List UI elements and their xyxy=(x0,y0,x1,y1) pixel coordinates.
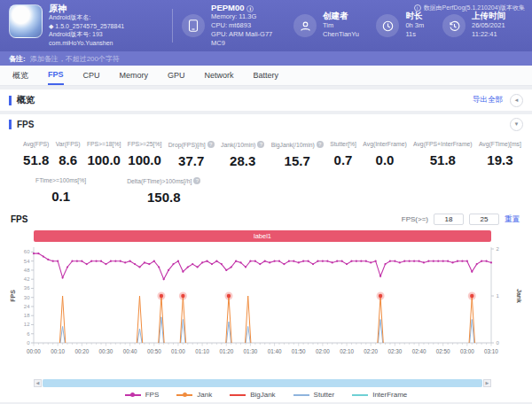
svg-text:Jank: Jank xyxy=(516,289,522,303)
svg-text:6: 6 xyxy=(27,331,30,337)
app-icon xyxy=(9,4,43,38)
note-bar[interactable]: 备注: 添加备注，不超过200个字符 xyxy=(0,51,532,66)
tab-fps[interactable]: FPS xyxy=(48,66,64,85)
tab-cpu[interactable]: CPU xyxy=(83,66,100,85)
collector-note: i 数据由PerfDog(5.1.210204)版本收集 xyxy=(414,4,525,12)
collector-note-text: 数据由PerfDog(5.1.210204)版本收集 xyxy=(424,4,525,12)
info-icon[interactable]: ? xyxy=(207,141,215,148)
duration-value: 0h 3m 11s xyxy=(405,21,430,40)
svg-text:1: 1 xyxy=(497,293,500,299)
creator-label: 创建者 xyxy=(323,12,364,21)
chart-controls: FPS FPS(>=) 重置 xyxy=(0,205,532,227)
stat-var-fps: Var(FPS) 8.6 xyxy=(56,141,81,168)
device-cpu: CPU: mt6893 xyxy=(211,21,278,30)
scroll-right-icon[interactable]: ▶ xyxy=(483,379,491,387)
svg-text:02:50: 02:50 xyxy=(436,348,450,354)
fps-threshold-input-1[interactable] xyxy=(434,214,464,225)
svg-text:01:00: 01:00 xyxy=(171,348,185,354)
svg-text:02:10: 02:10 xyxy=(340,348,354,354)
svg-text:42: 42 xyxy=(24,276,30,282)
svg-text:18: 18 xyxy=(24,313,30,318)
legend-fps[interactable]: FPS xyxy=(125,391,160,399)
legend-interframe[interactable]: InterFrame xyxy=(352,391,407,399)
stat-drop-fps: Drop(FPS)[/h]? 37.7 xyxy=(168,141,215,168)
duration-label: 时长 xyxy=(405,12,430,21)
stat-delta-ftime: Delta(FTime)>100ms[/h]? 150.8 xyxy=(127,177,200,205)
report-header: i 数据由PerfDog(5.1.210204)版本收集 原神 Android版… xyxy=(0,0,532,51)
device-info-icon[interactable]: i xyxy=(246,5,254,12)
accent-bar xyxy=(9,120,12,129)
tab-network[interactable]: Network xyxy=(205,66,234,85)
tab-battery[interactable]: Battery xyxy=(254,66,279,85)
stat-fps-ge25: FPS>=25[%] 100.0 xyxy=(128,141,162,168)
scroll-left-icon[interactable]: ◀ xyxy=(34,379,42,387)
stat-avg-ftime: Avg(FTime)[ms] 19.3 xyxy=(479,141,521,168)
svg-text:00:50: 00:50 xyxy=(147,348,161,354)
svg-text:00:20: 00:20 xyxy=(74,348,89,354)
svg-text:FPS: FPS xyxy=(10,290,16,302)
svg-text:01:10: 01:10 xyxy=(195,348,209,354)
fps-stats-row1: Avg(FPS) 51.8 Var(FPS) 8.6 FPS>=18[%] 10… xyxy=(0,134,532,168)
tab-gpu[interactable]: GPU xyxy=(168,66,185,85)
creator-info: 创建者 Tim ChenTianYu xyxy=(293,12,364,40)
chart-title: FPS xyxy=(11,214,27,224)
stat-avg-fps-interframe: Avg(FPS+InterFrame) 51.8 xyxy=(413,141,473,168)
svg-text:00:30: 00:30 xyxy=(99,348,113,354)
svg-text:01:30: 01:30 xyxy=(244,348,258,354)
reset-button[interactable]: 重置 xyxy=(505,214,520,225)
app-info: 原神 Android版本名: ◆ 1.5.0_2574575_2578841 A… xyxy=(9,4,172,48)
collapse-left-icon[interactable]: ◄ xyxy=(510,94,523,107)
svg-text:02:30: 02:30 xyxy=(387,348,402,354)
duration-info: 时长 0h 3m 11s xyxy=(376,12,430,40)
info-icon[interactable]: ? xyxy=(317,141,324,148)
svg-text:54: 54 xyxy=(24,259,30,264)
stat-bigjank: BigJank(/10min)? 15.7 xyxy=(271,141,324,168)
svg-text:03:10: 03:10 xyxy=(484,348,498,354)
legend-stutter[interactable]: Stutter xyxy=(293,391,335,399)
svg-text:60: 60 xyxy=(24,249,30,254)
upload-value: 26/05/2021 11:22:41 xyxy=(472,21,523,40)
svg-text:2: 2 xyxy=(497,246,500,252)
stat-avg-fps: Avg(FPS) 51.8 xyxy=(23,141,49,168)
app-name: 原神 xyxy=(49,4,124,13)
stat-avg-interframe: Avg(InterFrame) 0.0 xyxy=(363,141,406,168)
svg-text:02:00: 02:00 xyxy=(316,348,330,354)
legend-jank[interactable]: Jank xyxy=(176,391,212,399)
export-all-link[interactable]: 导出全部 xyxy=(473,95,503,105)
info-icon[interactable]: ? xyxy=(193,177,200,184)
header-divider xyxy=(172,9,173,43)
legend-bigjank[interactable]: BigJank xyxy=(230,391,275,399)
svg-text:00:10: 00:10 xyxy=(51,348,65,354)
scrollbar-thumb[interactable] xyxy=(43,379,482,387)
chart-scrollbar: ◀ ▶ xyxy=(34,379,491,387)
tab-memory[interactable]: Memory xyxy=(120,66,149,85)
svg-text:03:00: 03:00 xyxy=(460,348,474,354)
device-info: PEPM00 i Memory: 11.3G CPU: mt6893 GPU: … xyxy=(182,4,278,48)
tab-overview[interactable]: 概览 xyxy=(12,66,28,85)
chart-label-band[interactable]: label1 xyxy=(34,230,491,242)
fps-threshold-label: FPS(>=) xyxy=(402,215,428,223)
overview-title: 概览 xyxy=(17,94,35,106)
svg-text:0: 0 xyxy=(27,340,30,346)
info-icon[interactable]: ? xyxy=(257,141,264,148)
scrollbar-track[interactable] xyxy=(43,379,482,387)
svg-text:48: 48 xyxy=(24,268,30,273)
fps-threshold-input-2[interactable] xyxy=(469,214,499,225)
fps-section-title: FPS xyxy=(17,120,34,129)
app-version-name: ◆ 1.5.0_2574575_2578841 xyxy=(49,22,124,31)
accent-bar xyxy=(9,96,12,105)
fps-line-chart: 0612182430364248546001200:0000:1000:2000… xyxy=(7,244,525,375)
stat-ftime-ge100: FTime>=100ms[%] 0.1 xyxy=(35,177,86,205)
svg-text:36: 36 xyxy=(24,285,30,291)
fps-section: FPS ▼ Avg(FPS) 51.8 Var(FPS) 8.6 FPS>=18… xyxy=(0,114,532,402)
device-name-row: PEPM00 i xyxy=(211,4,278,12)
overview-section-header: 概览 导出全部 ◄ xyxy=(0,89,532,111)
stat-jank: Jank(/10min)? 28.3 xyxy=(221,141,264,168)
svg-text:01:20: 01:20 xyxy=(219,348,233,354)
fps-section-header: FPS ▼ xyxy=(0,114,532,134)
svg-text:0: 0 xyxy=(497,340,500,346)
note-placeholder: 添加备注，不超过200个字符 xyxy=(30,54,120,64)
device-gpu: GPU: ARM Mali-G77 MC9 xyxy=(211,30,278,48)
fps-chart-area: label1 0612182430364248546001200:0000:10… xyxy=(0,227,532,378)
collapse-down-icon[interactable]: ▼ xyxy=(510,118,523,131)
